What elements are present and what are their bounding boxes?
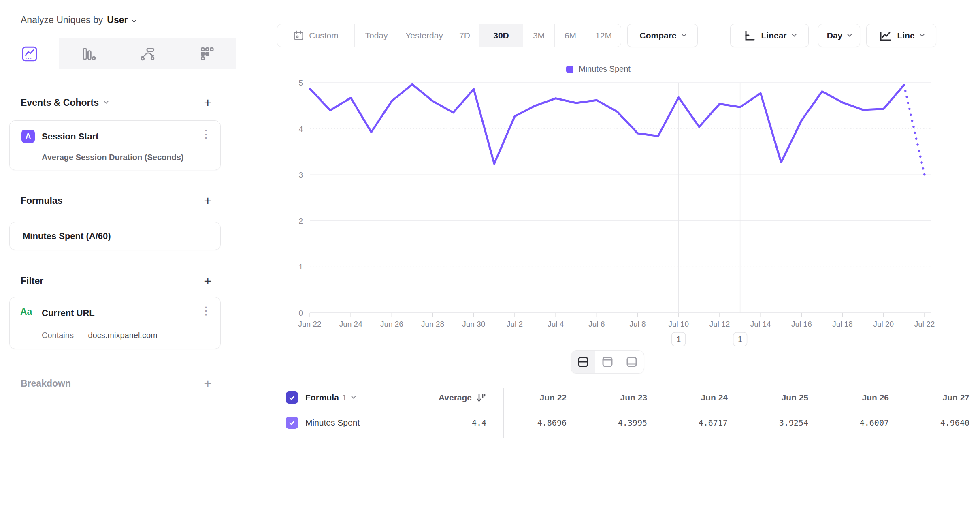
formulas-title: Formulas (21, 195, 63, 206)
filter-property[interactable]: Current URL (42, 308, 95, 319)
chevron-down-icon (132, 18, 136, 23)
x-tick-label: Jul 8 (630, 320, 646, 328)
incomplete-segment (904, 85, 925, 175)
average-value: 4.4 (472, 418, 486, 428)
chart-type-label: Line (897, 31, 914, 41)
formulas-section-header: Formulas + (21, 194, 212, 207)
range-12m[interactable]: 12M (586, 24, 621, 47)
date-cell-value: 4.9640 (899, 418, 980, 428)
series-line[interactable] (310, 84, 904, 164)
table-header-dates: Jun 22Jun 23Jun 24Jun 25Jun 26Jun 27 (496, 388, 980, 407)
date-cell-value: 4.3995 (577, 418, 658, 428)
date-range-control: CustomTodayYesterday7D30D3M6M12M (277, 24, 621, 47)
formula-card[interactable]: Minutes Spent (A/60) (9, 222, 221, 250)
range-yesterday[interactable]: Yesterday (398, 24, 450, 47)
chart-only-button[interactable] (595, 351, 619, 373)
top-border (0, 5, 980, 5)
line-chart[interactable]: 012345Jun 22Jun 24Jun 26Jun 28Jun 30Jul … (243, 77, 956, 361)
series-checkbox[interactable] (286, 417, 298, 429)
split-view-button[interactable] (571, 351, 595, 373)
scale-dropdown[interactable]: Linear (730, 24, 809, 47)
x-tick-label: Jul 6 (588, 320, 605, 328)
tab-flows[interactable] (118, 38, 177, 69)
event-card[interactable]: A Session Start ⋮ Average Session Durati… (9, 120, 221, 170)
kebab-menu-icon[interactable]: ⋮ (200, 306, 211, 317)
date-column-header[interactable]: Jun 23 (577, 393, 658, 402)
y-tick-label: 5 (298, 79, 303, 87)
date-cell-value: 4.8696 (496, 418, 577, 428)
x-tick-label: Jul 22 (914, 320, 935, 328)
axis-scale-icon (743, 30, 755, 42)
chevron-down-icon[interactable] (104, 99, 108, 104)
y-tick-label: 3 (298, 171, 303, 179)
x-tick-label: Jul 2 (507, 320, 523, 328)
x-tick-label: Jul 14 (750, 320, 771, 328)
tab-insights[interactable] (0, 38, 59, 69)
add-breakdown-button[interactable]: + (204, 376, 212, 390)
date-column-header[interactable]: Jun 27 (899, 393, 980, 402)
y-tick-label: 4 (298, 125, 303, 133)
table-header-row: Formula 1 Average Jun 22Jun 23Jun 24Jun … (277, 388, 980, 407)
analyze-label: Analyze Uniques by (21, 15, 103, 25)
range-30d[interactable]: 30D (479, 24, 523, 47)
date-cell-value: 3.9254 (738, 418, 819, 428)
x-tick-label: Jun 30 (462, 320, 485, 328)
filter-operator[interactable]: Contains (42, 331, 74, 340)
table-only-button[interactable] (620, 351, 644, 373)
range-6m[interactable]: 6M (554, 24, 586, 47)
y-tick-label: 0 (298, 309, 303, 317)
legend-item[interactable]: Minutes Spent (566, 64, 631, 74)
date-cell-value: 4.6717 (658, 418, 738, 428)
x-tick-label: Jul 10 (668, 320, 689, 328)
date-column-header[interactable]: Jun 22 (496, 393, 577, 402)
line-chart-type-icon (879, 29, 892, 42)
bar-chart-icon (80, 45, 97, 62)
table-row: Minutes Spent 4.4 4.86964.39954.67173.92… (277, 407, 980, 438)
filter-title: Filter (21, 276, 43, 287)
y-tick-label: 2 (298, 217, 303, 225)
x-tick-label: Jul 20 (873, 320, 894, 328)
date-column-header[interactable]: Jun 24 (658, 393, 738, 402)
granularity-dropdown[interactable]: Day (818, 24, 860, 47)
chart-type-dropdown[interactable]: Line (866, 24, 936, 47)
column-separator (503, 388, 504, 438)
add-filter-button[interactable]: + (204, 274, 212, 288)
average-header[interactable]: Average (439, 393, 472, 402)
compare-button[interactable]: Compare (627, 24, 698, 47)
filter-value[interactable]: docs.mixpanel.com (88, 331, 158, 340)
date-column-header[interactable]: Jun 25 (738, 393, 819, 402)
x-tick-label: Jul 16 (791, 320, 812, 328)
series-name[interactable]: Minutes Spent (305, 418, 360, 428)
formula-header-label[interactable]: Formula (305, 393, 339, 402)
filter-card[interactable]: Aa Current URL ⋮ Contains docs.mixpanel.… (9, 297, 221, 349)
range-custom[interactable]: Custom (277, 24, 354, 47)
calendar-icon (293, 30, 304, 41)
range-today[interactable]: Today (354, 24, 398, 47)
chevron-down-icon[interactable] (351, 394, 356, 398)
formula-title[interactable]: Minutes Spent (A/60) (23, 231, 111, 242)
breakdown-section-header: Breakdown + (21, 376, 212, 390)
annotation-count: 1 (738, 335, 742, 344)
annotation-count: 1 (676, 335, 681, 344)
retention-icon (198, 45, 215, 62)
kebab-menu-icon[interactable]: ⋮ (200, 129, 211, 140)
tab-bar-chart[interactable] (59, 38, 118, 69)
events-cohorts-title: Events & Cohorts (21, 97, 99, 108)
select-all-checkbox[interactable] (286, 391, 298, 404)
date-cell-value: 4.6007 (819, 418, 899, 428)
add-formula-button[interactable]: + (204, 194, 212, 207)
analyze-uniques-control[interactable]: Analyze Uniques byUser (21, 15, 136, 26)
tab-retention[interactable] (177, 38, 236, 69)
sort-descending-icon[interactable] (476, 392, 486, 403)
event-title[interactable]: Session Start (42, 131, 99, 142)
add-event-button[interactable]: + (204, 96, 212, 109)
range-3m[interactable]: 3M (523, 24, 554, 47)
x-tick-label: Jul 12 (709, 320, 730, 328)
range-7d[interactable]: 7D (450, 24, 479, 47)
date-column-header[interactable]: Jun 26 (819, 393, 899, 402)
view-toggle (571, 350, 644, 374)
event-aggregation[interactable]: Average Session Duration (Seconds) (42, 153, 183, 162)
sidebar-tabs (0, 38, 236, 69)
x-tick-label: Jun 26 (380, 320, 403, 328)
table-row-dates: 4.86964.39954.67173.92544.60074.9640 (496, 407, 980, 438)
